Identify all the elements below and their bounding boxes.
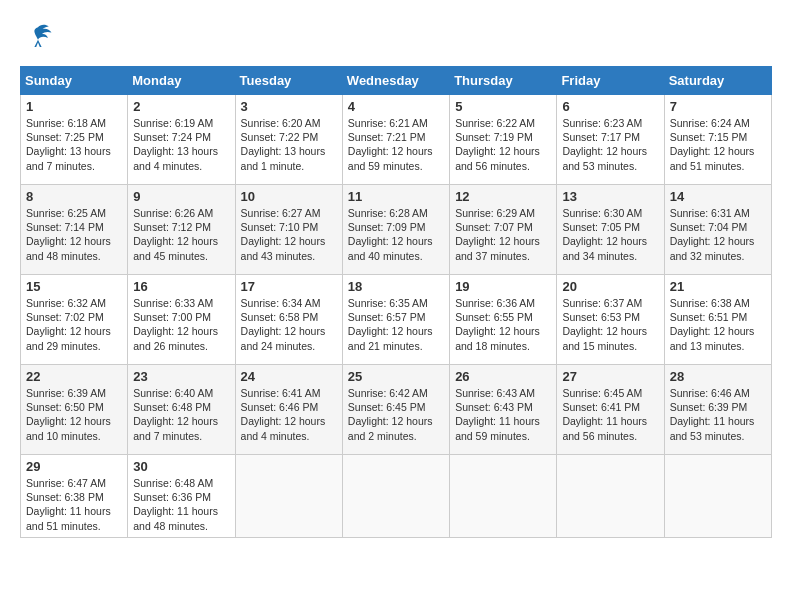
sunrise-text: Sunrise: 6:24 AM xyxy=(670,116,766,130)
calendar-cell: 23Sunrise: 6:40 AMSunset: 6:48 PMDayligh… xyxy=(128,365,235,455)
daylight-text: and 18 minutes. xyxy=(455,339,551,353)
calendar-cell xyxy=(450,455,557,538)
sunset-text: Sunset: 6:55 PM xyxy=(455,310,551,324)
sunrise-text: Sunrise: 6:46 AM xyxy=(670,386,766,400)
sunrise-text: Sunrise: 6:36 AM xyxy=(455,296,551,310)
sunset-text: Sunset: 6:58 PM xyxy=(241,310,337,324)
daylight-text: and 4 minutes. xyxy=(241,429,337,443)
calendar-table: SundayMondayTuesdayWednesdayThursdayFrid… xyxy=(20,66,772,538)
daylight-text: Daylight: 12 hours xyxy=(348,144,444,158)
calendar-cell: 13Sunrise: 6:30 AMSunset: 7:05 PMDayligh… xyxy=(557,185,664,275)
sunset-text: Sunset: 6:57 PM xyxy=(348,310,444,324)
calendar-cell: 11Sunrise: 6:28 AMSunset: 7:09 PMDayligh… xyxy=(342,185,449,275)
day-number: 24 xyxy=(241,369,337,384)
sunrise-text: Sunrise: 6:35 AM xyxy=(348,296,444,310)
day-number: 9 xyxy=(133,189,229,204)
daylight-text: Daylight: 11 hours xyxy=(670,414,766,428)
daylight-text: and 56 minutes. xyxy=(562,429,658,443)
daylight-text: and 4 minutes. xyxy=(133,159,229,173)
daylight-text: and 10 minutes. xyxy=(26,429,122,443)
day-number: 26 xyxy=(455,369,551,384)
daylight-text: Daylight: 12 hours xyxy=(455,234,551,248)
sunset-text: Sunset: 7:10 PM xyxy=(241,220,337,234)
sunrise-text: Sunrise: 6:40 AM xyxy=(133,386,229,400)
sunrise-text: Sunrise: 6:20 AM xyxy=(241,116,337,130)
daylight-text: Daylight: 12 hours xyxy=(26,414,122,428)
calendar-cell: 14Sunrise: 6:31 AMSunset: 7:04 PMDayligh… xyxy=(664,185,771,275)
day-number: 28 xyxy=(670,369,766,384)
sunset-text: Sunset: 6:50 PM xyxy=(26,400,122,414)
sunrise-text: Sunrise: 6:41 AM xyxy=(241,386,337,400)
day-number: 11 xyxy=(348,189,444,204)
daylight-text: and 34 minutes. xyxy=(562,249,658,263)
sunset-text: Sunset: 6:51 PM xyxy=(670,310,766,324)
sunrise-text: Sunrise: 6:22 AM xyxy=(455,116,551,130)
page-header xyxy=(20,20,772,56)
sunset-text: Sunset: 6:53 PM xyxy=(562,310,658,324)
sunset-text: Sunset: 7:17 PM xyxy=(562,130,658,144)
sunset-text: Sunset: 6:36 PM xyxy=(133,490,229,504)
day-number: 15 xyxy=(26,279,122,294)
calendar-cell: 27Sunrise: 6:45 AMSunset: 6:41 PMDayligh… xyxy=(557,365,664,455)
sunset-text: Sunset: 7:15 PM xyxy=(670,130,766,144)
day-number: 1 xyxy=(26,99,122,114)
daylight-text: Daylight: 13 hours xyxy=(133,144,229,158)
sunrise-text: Sunrise: 6:38 AM xyxy=(670,296,766,310)
daylight-text: Daylight: 12 hours xyxy=(670,324,766,338)
calendar-cell xyxy=(557,455,664,538)
day-number: 8 xyxy=(26,189,122,204)
daylight-text: and 48 minutes. xyxy=(26,249,122,263)
sunrise-text: Sunrise: 6:47 AM xyxy=(26,476,122,490)
calendar-cell: 22Sunrise: 6:39 AMSunset: 6:50 PMDayligh… xyxy=(21,365,128,455)
col-header-monday: Monday xyxy=(128,67,235,95)
daylight-text: Daylight: 11 hours xyxy=(562,414,658,428)
daylight-text: and 53 minutes. xyxy=(670,429,766,443)
logo-icon xyxy=(20,20,56,56)
calendar-cell: 18Sunrise: 6:35 AMSunset: 6:57 PMDayligh… xyxy=(342,275,449,365)
daylight-text: Daylight: 12 hours xyxy=(348,414,444,428)
sunrise-text: Sunrise: 6:25 AM xyxy=(26,206,122,220)
calendar-cell: 29Sunrise: 6:47 AMSunset: 6:38 PMDayligh… xyxy=(21,455,128,538)
daylight-text: and 40 minutes. xyxy=(348,249,444,263)
daylight-text: and 43 minutes. xyxy=(241,249,337,263)
day-number: 10 xyxy=(241,189,337,204)
calendar-cell: 21Sunrise: 6:38 AMSunset: 6:51 PMDayligh… xyxy=(664,275,771,365)
calendar-cell: 20Sunrise: 6:37 AMSunset: 6:53 PMDayligh… xyxy=(557,275,664,365)
daylight-text: Daylight: 12 hours xyxy=(455,324,551,338)
daylight-text: Daylight: 13 hours xyxy=(241,144,337,158)
sunset-text: Sunset: 7:07 PM xyxy=(455,220,551,234)
sunrise-text: Sunrise: 6:19 AM xyxy=(133,116,229,130)
sunset-text: Sunset: 7:22 PM xyxy=(241,130,337,144)
sunrise-text: Sunrise: 6:30 AM xyxy=(562,206,658,220)
calendar-cell xyxy=(342,455,449,538)
calendar-cell: 2Sunrise: 6:19 AMSunset: 7:24 PMDaylight… xyxy=(128,95,235,185)
daylight-text: and 32 minutes. xyxy=(670,249,766,263)
calendar-cell: 8Sunrise: 6:25 AMSunset: 7:14 PMDaylight… xyxy=(21,185,128,275)
daylight-text: and 59 minutes. xyxy=(455,429,551,443)
daylight-text: Daylight: 12 hours xyxy=(670,144,766,158)
sunset-text: Sunset: 6:45 PM xyxy=(348,400,444,414)
day-number: 12 xyxy=(455,189,551,204)
calendar-cell: 9Sunrise: 6:26 AMSunset: 7:12 PMDaylight… xyxy=(128,185,235,275)
calendar-cell xyxy=(235,455,342,538)
col-header-saturday: Saturday xyxy=(664,67,771,95)
daylight-text: and 7 minutes. xyxy=(133,429,229,443)
daylight-text: and 15 minutes. xyxy=(562,339,658,353)
daylight-text: Daylight: 13 hours xyxy=(26,144,122,158)
col-header-sunday: Sunday xyxy=(21,67,128,95)
sunset-text: Sunset: 6:46 PM xyxy=(241,400,337,414)
daylight-text: and 59 minutes. xyxy=(348,159,444,173)
daylight-text: Daylight: 12 hours xyxy=(241,324,337,338)
day-number: 14 xyxy=(670,189,766,204)
daylight-text: Daylight: 12 hours xyxy=(241,414,337,428)
sunset-text: Sunset: 7:05 PM xyxy=(562,220,658,234)
sunset-text: Sunset: 7:24 PM xyxy=(133,130,229,144)
sunrise-text: Sunrise: 6:34 AM xyxy=(241,296,337,310)
daylight-text: Daylight: 12 hours xyxy=(670,234,766,248)
daylight-text: and 56 minutes. xyxy=(455,159,551,173)
daylight-text: and 7 minutes. xyxy=(26,159,122,173)
day-number: 29 xyxy=(26,459,122,474)
col-header-friday: Friday xyxy=(557,67,664,95)
daylight-text: and 29 minutes. xyxy=(26,339,122,353)
daylight-text: Daylight: 11 hours xyxy=(455,414,551,428)
